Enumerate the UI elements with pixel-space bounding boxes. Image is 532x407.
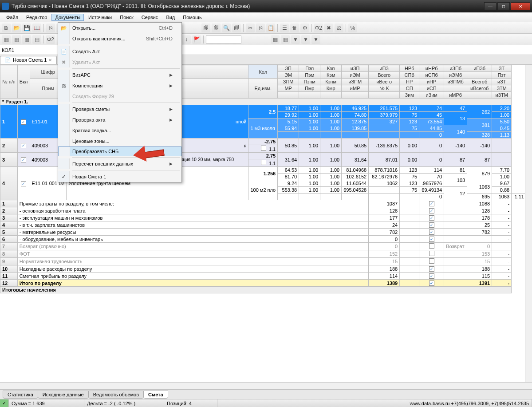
menu-item[interactable]: 📄Создать Акт (58, 46, 181, 57)
tool-icon[interactable]: 🗐 (212, 24, 221, 32)
tool-icon[interactable]: ▤ (32, 35, 41, 44)
checkbox[interactable] (429, 215, 434, 221)
summary-row[interactable]: 1Прямые затраты по разделу, в том числе:… (0, 200, 526, 207)
summary-row[interactable]: 4 - в т.ч. зарплата машинистов2425- (0, 221, 526, 229)
menu-help[interactable]: Помощь (179, 14, 205, 21)
close-icon[interactable]: ✕ (48, 58, 52, 63)
window-title: Турбо сметчик - Новая Смета 1 (ОАО "РЖД"… (12, 3, 484, 9)
menu-item[interactable]: Проверка акта▶ (58, 115, 181, 125)
tab-volumes[interactable]: Ведомость объемов (88, 391, 144, 399)
tool-icon[interactable]: ▦ (281, 35, 290, 44)
balance-icon[interactable]: ⚖ (335, 24, 343, 32)
checkbox[interactable] (21, 181, 26, 186)
summary-row[interactable]: 12Итого по разделу13891391- (0, 280, 526, 287)
itog-row[interactable]: Итоговые начисления (0, 287, 526, 293)
close-button[interactable]: ✕ (511, 2, 530, 10)
checkbox[interactable] (21, 119, 26, 125)
checkbox[interactable] (429, 237, 434, 242)
minimize-button[interactable]: — (484, 2, 497, 10)
col-vkl[interactable]: Вкл (17, 65, 30, 99)
tab-statistics[interactable]: Статистика (3, 391, 38, 399)
scrollbar-vertical[interactable] (525, 65, 532, 389)
checkbox[interactable] (429, 243, 434, 249)
menu-view[interactable]: Вид (162, 14, 178, 21)
tool-icon[interactable]: ⎘ (46, 24, 55, 32)
pointer-arrow-icon (133, 145, 164, 162)
checkbox[interactable] (429, 258, 434, 264)
tool-icon[interactable]: ↓ (182, 35, 191, 44)
checkbox[interactable] (429, 208, 434, 213)
tool-icon[interactable]: ☰ (280, 24, 289, 32)
tool-icon[interactable]: ⚙ (300, 24, 309, 32)
menu-editor[interactable]: Редактор (23, 14, 51, 21)
open-icon[interactable]: 📂 (12, 24, 21, 32)
checkbox[interactable] (429, 201, 434, 206)
checkbox[interactable] (429, 281, 434, 286)
maximize-button[interactable]: □ (497, 2, 510, 10)
dropdown-field[interactable] (206, 36, 241, 43)
checkbox[interactable] (21, 157, 26, 162)
flag-icon[interactable]: 🚩 (192, 35, 201, 44)
new-icon[interactable]: 🗎 (2, 24, 11, 32)
tool-icon[interactable]: ▦ (271, 35, 280, 44)
menu-sources[interactable]: Источники (85, 14, 115, 21)
checkbox[interactable] (429, 229, 434, 235)
summary-row[interactable]: 8ФОТ152153- (0, 250, 526, 258)
tool-icon[interactable]: Ф2 (46, 35, 55, 44)
summary-row[interactable]: 2- основная заработная плата128128- (0, 207, 526, 214)
percent-icon[interactable]: % (348, 24, 357, 32)
summary-row[interactable]: 7Возврат (справочно)0Возврат0 (0, 243, 526, 250)
summary-row[interactable]: 10Накладные расходы по разделу188188- (0, 265, 526, 273)
menu-item[interactable]: ✓Новая Смета 1 (58, 171, 181, 182)
book-icon[interactable]: 📖 (32, 24, 41, 32)
summary-row[interactable]: 6- оборудование, мебель и инвентарь0- (0, 236, 526, 243)
checkbox[interactable] (429, 251, 434, 256)
menu-service[interactable]: Сервис (138, 14, 162, 21)
tool-icon[interactable]: Ф2 (314, 24, 323, 32)
col-kol[interactable]: Кол (248, 65, 278, 79)
checkbox[interactable] (429, 266, 434, 272)
menu-item[interactable]: Открыть как источник...Shift+Ctrl+D (58, 33, 181, 44)
summary-row[interactable]: 5- материальные ресурсы782782- (0, 229, 526, 236)
tool-icon[interactable]: 🗐 (201, 24, 210, 32)
menu-item[interactable]: ⚖Компенсация▶ (58, 80, 181, 91)
summary-row[interactable]: 3- эксплуатация машин и механизмов177178… (0, 214, 526, 221)
summary-row[interactable]: 9Нормативная трудоемкость1515- (0, 258, 526, 265)
menu-item[interactable]: Краткая сводка... (58, 125, 181, 136)
status-indicator-icon: ✓ (0, 399, 9, 407)
menu-search[interactable]: Поиск (116, 14, 137, 21)
doc-tab-active[interactable]: 📄 Новая Смета 1 ✕ (0, 56, 57, 64)
checkbox[interactable] (429, 273, 434, 279)
filter-icon[interactable]: ▼ (291, 35, 300, 44)
filter-icon[interactable]: ▼ (311, 35, 320, 44)
menu-item[interactable]: ВизАРС▶ (58, 70, 181, 80)
menu-item[interactable]: Проверка сметы▶ (58, 104, 181, 115)
delete-icon[interactable]: 🗑 (290, 24, 299, 32)
checkbox[interactable] (429, 222, 434, 228)
tab-source-data[interactable]: Исходные данные (38, 391, 89, 399)
status-sum: Сумма = 1 639 (9, 399, 84, 407)
tool-icon[interactable]: 🗐 (232, 24, 241, 32)
tool-icon[interactable]: 🔍 (222, 24, 231, 32)
grid-icon[interactable]: ▦ (22, 35, 31, 44)
cut-icon[interactable]: ✂ (246, 24, 255, 32)
col-npp[interactable]: № п/п (0, 65, 18, 99)
paste-icon[interactable]: 📋 (266, 24, 275, 32)
grid-icon[interactable]: ▦ (2, 35, 11, 44)
grid-icon[interactable]: ▦ (12, 35, 21, 44)
scrollbar-horizontal[interactable] (0, 382, 532, 389)
save-icon[interactable]: 💾 (22, 24, 31, 32)
col-edizm[interactable]: Ед.изм. (248, 79, 278, 99)
menu-bar: Файл Редактор Документы Источники Поиск … (0, 12, 532, 22)
tool-icon[interactable]: ✖ (324, 24, 333, 32)
checkbox[interactable] (21, 143, 26, 148)
menu-file[interactable]: Файл (3, 14, 22, 21)
menu-documents[interactable]: Документы (51, 14, 84, 21)
summary-row[interactable]: 11Сметная прибыль по разделу114115- (0, 273, 526, 280)
menu-item[interactable]: 📂Открыть...Ctrl+D (58, 23, 181, 33)
filter-icon[interactable]: ▼ (301, 35, 310, 44)
tab-smeta[interactable]: Смета (143, 391, 168, 399)
menu-item: ✖Удалить Акт (58, 57, 181, 67)
sheet-tabs: Статистика Исходные данные Ведомость объ… (0, 389, 532, 399)
copy-icon[interactable]: ⎘ (256, 24, 265, 32)
